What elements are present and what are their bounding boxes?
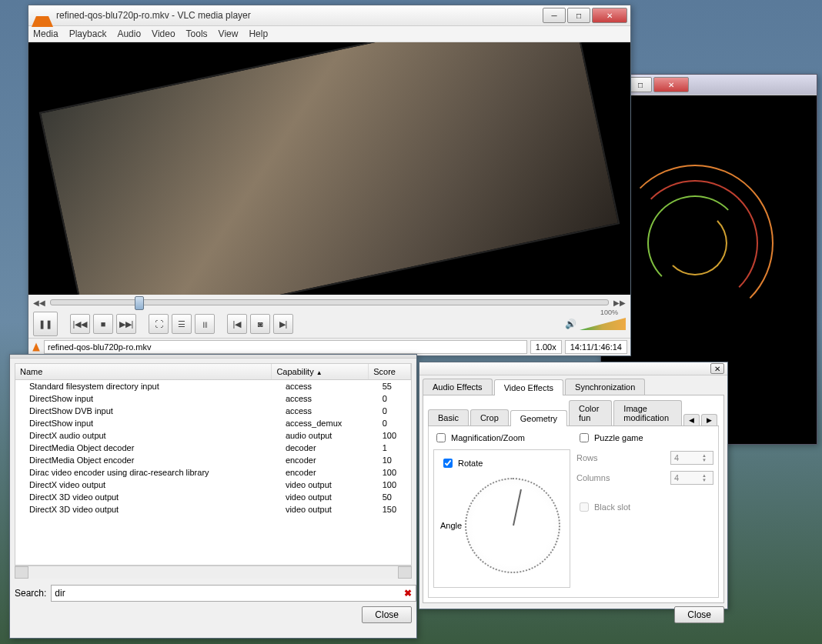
stop-button[interactable]: ■ [93, 314, 113, 334]
playlist-button[interactable]: ☰ [172, 314, 192, 334]
frame-fwd-button[interactable]: ▶| [273, 314, 293, 334]
plugin-capability: encoder [272, 454, 369, 466]
menu-media[interactable]: Media [33, 28, 58, 39]
plugin-name: DirectX audio output [15, 429, 272, 442]
seek-back-icon[interactable]: ◀◀ [33, 299, 45, 307]
tab-synchronization[interactable]: Synchronization [565, 379, 645, 395]
rows-spinner[interactable]: 4▲▼ [670, 451, 713, 465]
seek-track[interactable] [50, 299, 609, 305]
plugin-capability: encoder [272, 466, 369, 479]
menu-audio[interactable]: Audio [117, 28, 141, 39]
table-row[interactable]: DirectX audio outputaudio output100 [15, 429, 411, 442]
close-button[interactable]: ✕ [592, 8, 627, 23]
prev-button[interactable]: |◀◀ [70, 314, 90, 334]
tab-image-modification[interactable]: Image modification [613, 400, 682, 425]
plugin-score: 100 [369, 479, 411, 491]
close-button[interactable]: ✕ [653, 77, 689, 92]
menu-help[interactable]: Help [249, 28, 268, 39]
close-button[interactable]: Close [362, 606, 412, 623]
table-row[interactable]: DirectX video outputvideo output100 [15, 479, 411, 491]
tab-geometry[interactable]: Geometry [510, 410, 567, 426]
black-slot-checkbox[interactable]: Black slot [576, 500, 713, 514]
plugin-name: DirectX video output [15, 479, 272, 491]
fullscreen-button[interactable]: ⛶ [149, 314, 169, 334]
close-button[interactable]: Close [674, 606, 724, 623]
plugins-table: Name Capability ▲ Score Standard filesys… [15, 364, 411, 516]
menubar: Media Playback Audio Video Tools View He… [28, 26, 630, 42]
horizontal-scrollbar[interactable] [15, 566, 412, 579]
puzzle-checkbox[interactable]: Puzzle game [576, 431, 713, 445]
vlc-titlebar[interactable]: refined-qos-blu720p-ro.mkv - VLC media p… [28, 5, 630, 26]
close-icon[interactable]: ✕ [710, 363, 724, 374]
plugin-name: DirectMedia Object encoder [15, 454, 272, 466]
magnification-checkbox[interactable]: Magnification/Zoom [433, 431, 570, 445]
minimize-button[interactable]: ─ [543, 8, 566, 23]
col-capability[interactable]: Capability ▲ [272, 364, 369, 380]
video-area[interactable] [28, 42, 630, 295]
tab-audio-effects[interactable]: Audio Effects [423, 379, 493, 395]
table-row[interactable]: Dirac video encoder using dirac-research… [15, 466, 411, 479]
menu-playback[interactable]: Playback [69, 28, 107, 39]
plugin-score: 55 [369, 380, 411, 393]
playback-speed[interactable]: 1.00x [530, 340, 562, 354]
plugin-score: 100 [369, 429, 411, 442]
menu-tools[interactable]: Tools [186, 28, 208, 39]
maximize-button[interactable]: □ [629, 77, 652, 92]
search-input[interactable] [51, 585, 416, 602]
menu-view[interactable]: View [219, 28, 239, 39]
seek-thumb[interactable] [135, 296, 144, 310]
plugin-score: 0 [369, 392, 411, 405]
table-row[interactable]: DirectX 3D video outputvideo output150 [15, 503, 411, 516]
sub-tabs: Basic Crop Geometry Color fun Image modi… [428, 400, 719, 426]
plugin-capability: access [272, 405, 369, 417]
vlc-main-window: refined-qos-blu720p-ro.mkv - VLC media p… [28, 5, 631, 356]
plugin-score: 0 [369, 405, 411, 417]
tab-scroll-right[interactable]: ▶ [701, 414, 717, 425]
volume-slider[interactable] [580, 318, 626, 330]
table-row[interactable]: DirectShow inputaccess_demux0 [15, 417, 411, 429]
controls: ❚❚ |◀◀ ■ ▶▶| ⛶ ☰ ⫼ |◀ ◙ ▶| 🔊 100% [28, 310, 630, 338]
pause-button[interactable]: ❚❚ [33, 312, 58, 336]
table-row[interactable]: DirectShow inputaccess0 [15, 392, 411, 405]
volume-control: 🔊 100% [565, 318, 626, 330]
tab-video-effects[interactable]: Video Effects [494, 379, 563, 395]
plugin-name: DirectMedia Object decoder [15, 442, 272, 454]
seek-fwd-icon[interactable]: ▶▶ [613, 299, 626, 307]
plugin-score: 50 [369, 491, 411, 503]
clear-search-icon[interactable]: ✖ [404, 588, 412, 599]
table-row[interactable]: DirectMedia Object decoderdecoder1 [15, 442, 411, 454]
plugin-name: DirectShow DVB input [15, 405, 272, 417]
rows-label: Rows [576, 453, 670, 462]
rotate-checkbox[interactable]: Rotate [440, 456, 563, 470]
bg-titlebar[interactable]: ─□✕ [601, 75, 817, 95]
col-name[interactable]: Name [15, 364, 272, 380]
table-row[interactable]: Standard filesystem directory inputacces… [15, 380, 411, 393]
plugin-capability: decoder [272, 442, 369, 454]
menu-video[interactable]: Video [152, 28, 175, 39]
frame-back-button[interactable]: |◀ [227, 314, 247, 334]
time-display[interactable]: 14:11/1:46:14 [565, 340, 627, 354]
table-row[interactable]: DirectShow DVB inputaccess0 [15, 405, 411, 417]
search-label: Search: [15, 588, 46, 599]
maximize-button[interactable]: □ [567, 8, 590, 23]
speaker-icon[interactable]: 🔊 [565, 319, 576, 329]
effects-window: ✕ Audio Effects Video Effects Synchroniz… [419, 362, 728, 609]
table-row[interactable]: DirectMedia Object encoderencoder10 [15, 454, 411, 466]
tab-crop[interactable]: Crop [470, 409, 509, 425]
columns-spinner[interactable]: 4▲▼ [670, 471, 713, 485]
plugin-capability: audio output [272, 429, 369, 442]
effects-titlebar[interactable]: ✕ [419, 362, 727, 375]
plugin-name: DirectShow input [15, 417, 272, 429]
tab-color-fun[interactable]: Color fun [569, 400, 612, 425]
angle-dial[interactable] [465, 478, 560, 573]
tab-scroll-left[interactable]: ◀ [683, 414, 700, 425]
plugin-capability: access [272, 392, 369, 405]
window-title: refined-qos-blu720p-ro.mkv - VLC media p… [56, 10, 543, 21]
record-button[interactable]: ◙ [250, 314, 270, 334]
table-row[interactable]: DirectX 3D video outputvideo output50 [15, 491, 411, 503]
col-score[interactable]: Score [369, 364, 411, 380]
equalizer-button[interactable]: ⫼ [195, 314, 215, 334]
plugin-capability: access [272, 380, 369, 393]
next-button[interactable]: ▶▶| [116, 314, 136, 334]
tab-basic[interactable]: Basic [428, 409, 469, 425]
